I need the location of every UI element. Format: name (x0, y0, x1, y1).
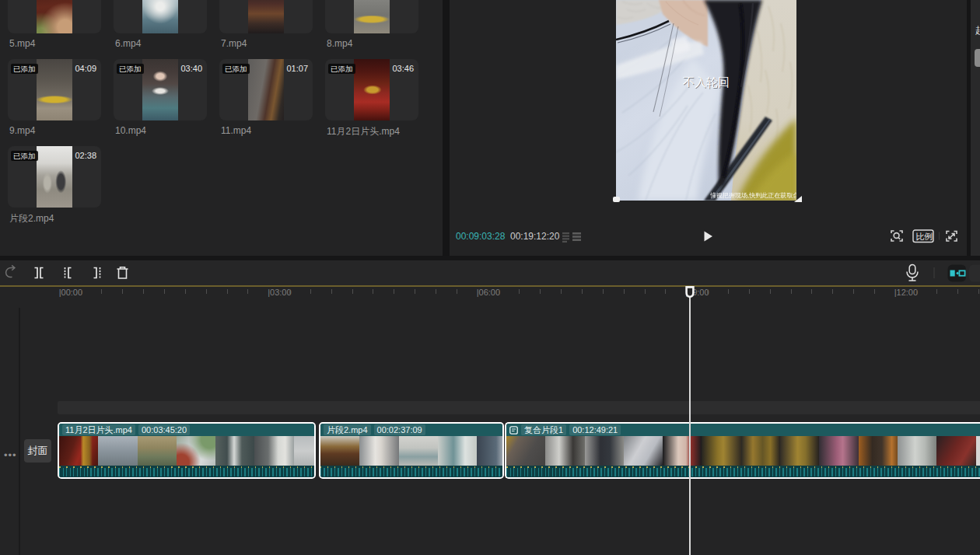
svg-text:懂视把握现场,快到此正在获取合集: 懂视把握现场,快到此正在获取合集 (709, 192, 796, 199)
svg-text:不入轮回: 不入轮回 (682, 75, 730, 89)
svg-text:比例: 比例 (916, 232, 933, 241)
